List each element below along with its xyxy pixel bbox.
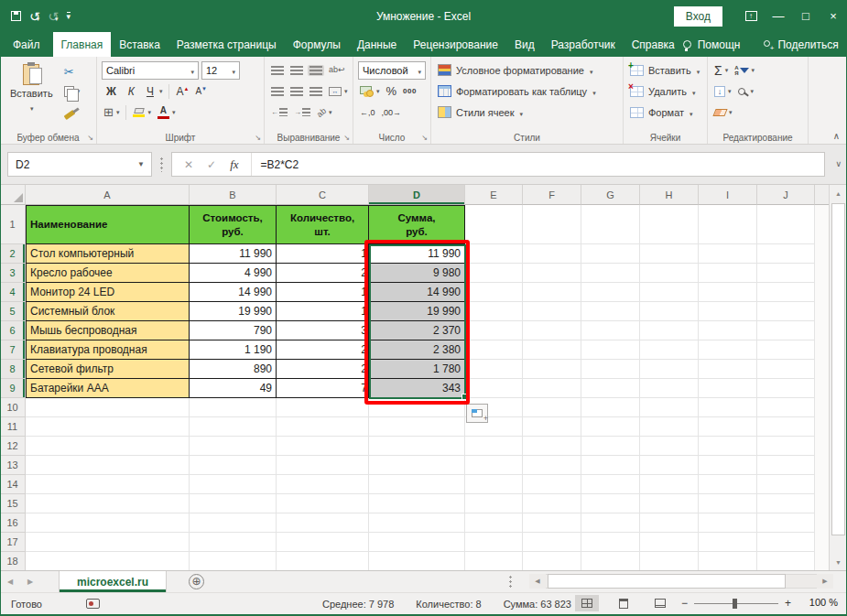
- cell-B1[interactable]: Стоимость, руб.: [190, 205, 277, 244]
- cell-I2[interactable]: [699, 244, 757, 264]
- italic-button[interactable]: К: [124, 84, 139, 99]
- enter-icon[interactable]: ✓: [207, 158, 216, 171]
- cell-D4[interactable]: 14 990: [369, 283, 465, 302]
- cell-A15[interactable]: [26, 494, 190, 513]
- formula-input[interactable]: =B2*C2: [252, 158, 299, 171]
- column-header-J[interactable]: J: [757, 185, 815, 205]
- cell-C18[interactable]: [277, 552, 369, 571]
- number-dialog-launcher[interactable]: [421, 135, 428, 142]
- cell-H13[interactable]: [640, 456, 699, 475]
- format-cells-button[interactable]: Формат: [628, 103, 702, 122]
- cell-A18[interactable]: [26, 552, 190, 571]
- horizontal-scroll-thumb[interactable]: [548, 574, 786, 589]
- cell-J4[interactable]: [757, 283, 815, 302]
- cell-J18[interactable]: [757, 552, 815, 571]
- column-header-F[interactable]: F: [523, 185, 581, 205]
- cell-A14[interactable]: [26, 475, 190, 494]
- cell-B2[interactable]: 11 990: [190, 244, 277, 264]
- cell-A3[interactable]: Кресло рабочее: [26, 264, 190, 283]
- normal-view-button[interactable]: [575, 595, 599, 611]
- font-color-button[interactable]: А: [156, 105, 178, 120]
- cell-E17[interactable]: [465, 533, 523, 552]
- tab-file[interactable]: Файл: [0, 32, 53, 57]
- cell-E13[interactable]: [465, 456, 523, 475]
- cell-F9[interactable]: [523, 379, 581, 398]
- cell-D3[interactable]: 9 980: [369, 264, 465, 283]
- tab-рецензирование[interactable]: Рецензирование: [405, 32, 506, 57]
- cell-D13[interactable]: [369, 456, 465, 475]
- align-top-button[interactable]: [269, 65, 286, 76]
- cell-A11[interactable]: [26, 417, 190, 437]
- shrink-font-button[interactable]: А▼: [193, 85, 209, 97]
- cell-B11[interactable]: [190, 417, 277, 437]
- font-family-combo[interactable]: Calibri: [102, 61, 199, 80]
- minimize-button[interactable]: —: [765, 0, 792, 32]
- cell-C8[interactable]: 2: [277, 360, 369, 379]
- cell-C12[interactable]: [277, 437, 369, 456]
- cell-D2[interactable]: 11 990: [369, 244, 465, 264]
- cell-G7[interactable]: [581, 340, 640, 360]
- cell-B5[interactable]: 19 990: [190, 302, 277, 321]
- cell-I16[interactable]: [699, 513, 757, 533]
- sheet-nav-left-icon[interactable]: ◀: [0, 571, 20, 592]
- cell-C6[interactable]: 3: [277, 321, 369, 340]
- ribbon-display-options-button[interactable]: ↑: [737, 0, 765, 32]
- cell-J14[interactable]: [757, 475, 815, 494]
- cell-F16[interactable]: [523, 513, 581, 533]
- column-header-G[interactable]: G: [581, 185, 640, 205]
- cell-B4[interactable]: 14 990: [190, 283, 277, 302]
- cell-J16[interactable]: [757, 513, 815, 533]
- cut-button[interactable]: ✂: [62, 65, 76, 79]
- cell-F12[interactable]: [523, 437, 581, 456]
- cell-D16[interactable]: [369, 513, 465, 533]
- orientation-button[interactable]: ab: [315, 107, 334, 118]
- cell-J7[interactable]: [757, 340, 815, 360]
- cell-I12[interactable]: [699, 437, 757, 456]
- cell-J11[interactable]: [757, 417, 815, 437]
- underline-button[interactable]: Ч: [142, 84, 165, 99]
- cell-G15[interactable]: [581, 494, 640, 513]
- cell-J3[interactable]: [757, 264, 815, 283]
- wrap-text-button[interactable]: ab↩: [327, 65, 347, 75]
- cell-D15[interactable]: [369, 494, 465, 513]
- sort-filter-button[interactable]: АЯ: [733, 64, 756, 77]
- cell-E18[interactable]: [465, 552, 523, 571]
- cell-G10[interactable]: [581, 398, 640, 417]
- format-as-table-button[interactable]: Форматировать как таблицу: [436, 81, 618, 101]
- cell-G18[interactable]: [581, 552, 640, 571]
- cell-A2[interactable]: Стол компьютерный: [26, 244, 190, 264]
- cell-H10[interactable]: [640, 398, 699, 417]
- cell-E5[interactable]: [465, 302, 523, 321]
- cell-A10[interactable]: [26, 398, 190, 417]
- cell-G5[interactable]: [581, 302, 640, 321]
- tab-вставка[interactable]: Вставка: [111, 32, 168, 57]
- cell-D8[interactable]: 1 780: [369, 360, 465, 379]
- cell-F10[interactable]: [523, 398, 581, 417]
- cell-I1[interactable]: [699, 205, 757, 244]
- column-header-E[interactable]: E: [465, 185, 523, 205]
- cell-J5[interactable]: [757, 302, 815, 321]
- scroll-left-arrow[interactable]: ◀: [529, 574, 546, 589]
- cell-G4[interactable]: [581, 283, 640, 302]
- assistant-label[interactable]: Помощн: [698, 38, 741, 51]
- maximize-button[interactable]: □: [792, 0, 820, 32]
- percent-style-button[interactable]: %: [385, 83, 399, 99]
- cell-H14[interactable]: [640, 475, 699, 494]
- cell-D7[interactable]: 2 380: [369, 340, 465, 360]
- cell-I11[interactable]: [699, 417, 757, 437]
- fill-color-button[interactable]: [131, 107, 153, 118]
- scroll-right-arrow[interactable]: ▶: [817, 574, 833, 589]
- save-icon[interactable]: [11, 11, 21, 21]
- cell-A6[interactable]: Мышь беспроводная: [26, 321, 190, 340]
- conditional-formatting-button[interactable]: Условное форматирование: [436, 60, 618, 80]
- grow-font-button[interactable]: А▲: [174, 84, 190, 99]
- row-header-11[interactable]: 11: [0, 417, 26, 437]
- cell-A4[interactable]: Монитор 24 LED: [26, 283, 190, 302]
- cell-B13[interactable]: [190, 456, 277, 475]
- font-dialog-launcher[interactable]: [255, 135, 261, 142]
- paste-dropdown[interactable]: [29, 102, 34, 113]
- column-header-B[interactable]: B: [190, 185, 277, 205]
- expand-formula-bar-icon[interactable]: ∨: [835, 159, 842, 168]
- name-box[interactable]: D2 ▼: [7, 152, 152, 177]
- cell-B10[interactable]: [190, 398, 277, 417]
